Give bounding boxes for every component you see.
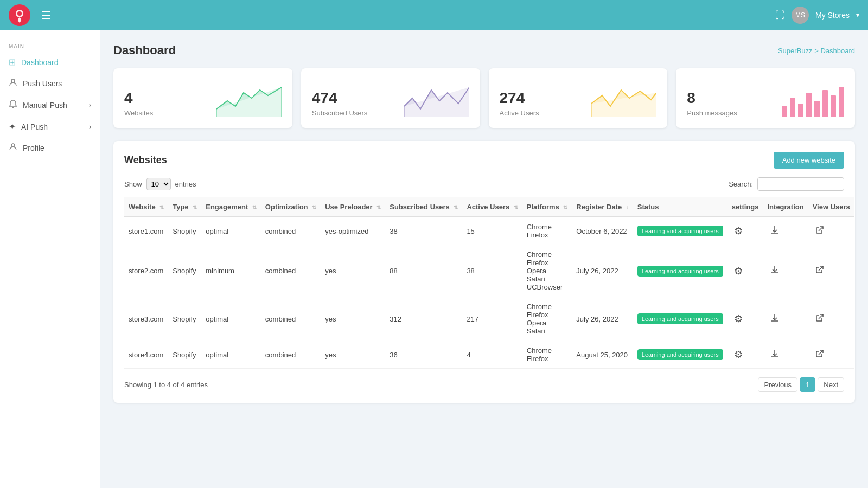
chevron-right-icon: ›	[89, 101, 91, 109]
stat-info: 4 Websites	[124, 89, 153, 117]
stat-info: 274 Active Users	[500, 89, 539, 117]
search-input[interactable]	[757, 177, 844, 191]
settings-icon[interactable]: ⚙	[734, 225, 743, 237]
settings-icon[interactable]: ⚙	[734, 349, 743, 361]
cell-active-users: 38	[462, 245, 522, 297]
cell-subscribed-users: 88	[385, 245, 462, 297]
sidebar-item-profile[interactable]: Profile	[0, 137, 100, 159]
cell-subscribed-users: 312	[385, 297, 462, 341]
col-subscribed-users[interactable]: Subscribed Users ⇅	[385, 197, 462, 217]
external-link-icon[interactable]	[815, 225, 825, 237]
col-platforms[interactable]: Platforms ⇅	[522, 197, 572, 217]
sidebar-section-label: MAIN	[0, 39, 100, 52]
download-icon[interactable]	[770, 313, 780, 325]
cell-register-date: October 6, 2022	[572, 217, 633, 245]
cell-view-users[interactable]	[808, 245, 854, 297]
col-website[interactable]: Website ⇅	[124, 197, 168, 217]
main-content: Dashboard SuperBuzz > Dashboard 4 Websit…	[100, 30, 868, 488]
cell-optimization: combined	[261, 217, 321, 245]
svg-rect-9	[798, 104, 803, 117]
external-link-icon[interactable]	[815, 349, 825, 361]
cell-settings[interactable]: ⚙	[727, 245, 763, 297]
cell-optimization: combined	[261, 341, 321, 369]
download-icon[interactable]	[770, 265, 780, 277]
settings-icon[interactable]: ⚙	[734, 265, 743, 277]
svg-point-1	[17, 11, 22, 16]
cell-settings[interactable]: ⚙	[727, 341, 763, 369]
cell-settings[interactable]: ⚙	[727, 297, 763, 341]
stat-info: 474 Subscribed Users	[312, 89, 368, 117]
dashboard-icon: ⊞	[9, 57, 16, 67]
status-badge: Learning and acquiring users	[637, 313, 723, 324]
col-register-date[interactable]: Register Date ↓	[572, 197, 633, 217]
table-body: store1.com Shopify optimal combined yes-…	[124, 217, 854, 369]
col-settings: settings	[727, 197, 763, 217]
search-label: Search:	[729, 180, 753, 188]
cell-status: Learning and acquiring users	[633, 297, 727, 341]
cell-active-users: 15	[462, 217, 522, 245]
svg-marker-6	[591, 90, 656, 117]
col-engagement[interactable]: Engagement ⇅	[201, 197, 261, 217]
stat-label: Subscribed Users	[312, 109, 368, 117]
sidebar-item-ai-push[interactable]: ✦ AI Push ›	[0, 116, 100, 137]
sidebar: MAIN ⊞ Dashboard Push Users Manual Push	[0, 30, 100, 488]
store-name[interactable]: My Stores	[815, 11, 850, 20]
page-1-button[interactable]: 1	[800, 377, 815, 392]
cell-integration[interactable]	[763, 217, 808, 245]
cell-view-users[interactable]	[808, 297, 854, 341]
download-icon[interactable]	[770, 225, 780, 237]
external-link-icon[interactable]	[815, 265, 825, 277]
download-icon[interactable]	[770, 349, 780, 361]
stat-label: Active Users	[500, 109, 539, 117]
svg-rect-7	[782, 106, 787, 117]
col-type[interactable]: Type ⇅	[168, 197, 201, 217]
entries-select[interactable]: 10 25 50	[146, 178, 171, 190]
stat-card-push-messages: 8 Push messages	[676, 68, 855, 128]
navbar-right: ⛶ MS My Stores ▾	[775, 7, 859, 24]
cell-use-preloader: yes	[321, 245, 385, 297]
cell-website: store4.com	[124, 341, 168, 369]
cell-integration[interactable]	[763, 245, 808, 297]
cell-engagement: optimal	[201, 217, 261, 245]
external-link-icon[interactable]	[815, 313, 825, 325]
settings-icon[interactable]: ⚙	[734, 313, 743, 325]
sidebar-item-push-users[interactable]: Push Users	[0, 73, 100, 94]
stat-label: Push messages	[687, 109, 737, 117]
table-controls: Show 10 25 50 entries Search:	[124, 177, 844, 191]
cell-settings[interactable]: ⚙	[727, 217, 763, 245]
cell-view-users[interactable]	[808, 341, 854, 369]
add-new-website-button[interactable]: Add new website	[774, 152, 844, 169]
col-active-users[interactable]: Active Users ⇅	[462, 197, 522, 217]
cell-view-users[interactable]	[808, 217, 854, 245]
svg-rect-12	[822, 90, 828, 117]
col-use-preloader[interactable]: Use Preloader ⇅	[321, 197, 385, 217]
next-button[interactable]: Next	[818, 377, 844, 392]
chart-subscribed-users	[404, 79, 469, 117]
cell-integration[interactable]	[763, 297, 808, 341]
cell-type: Shopify	[168, 297, 201, 341]
cell-type: Shopify	[168, 245, 201, 297]
avatar: MS	[792, 7, 809, 24]
cell-active-users: 217	[462, 297, 522, 341]
cell-status: Learning and acquiring users	[633, 245, 727, 297]
cell-status: Learning and acquiring users	[633, 217, 727, 245]
websites-section: Websites Add new website Show 10 25 50 e…	[113, 141, 855, 403]
websites-table: Website ⇅ Type ⇅ Engagement ⇅ Optimizati…	[124, 197, 854, 369]
table-row: store3.com Shopify optimal combined yes …	[124, 297, 854, 341]
cell-platforms: ChromeFirefox	[522, 341, 572, 369]
cell-integration[interactable]	[763, 341, 808, 369]
col-optimization[interactable]: Optimization ⇅	[261, 197, 321, 217]
page-title: Dashboard	[113, 43, 176, 57]
table-row: store2.com Shopify minimum combined yes …	[124, 245, 854, 297]
cell-optimization: combined	[261, 245, 321, 297]
cell-website: store2.com	[124, 245, 168, 297]
breadcrumb-parent: SuperBuzz	[778, 47, 813, 55]
previous-button[interactable]: Previous	[758, 377, 797, 392]
hamburger-button[interactable]: ☰	[41, 9, 51, 22]
sidebar-item-manual-push[interactable]: Manual Push ›	[0, 94, 100, 116]
sidebar-item-label: Manual Push	[23, 101, 67, 110]
status-badge: Learning and acquiring users	[637, 266, 723, 277]
sidebar-item-dashboard[interactable]: ⊞ Dashboard	[0, 52, 100, 73]
stat-number: 8	[687, 89, 737, 107]
expand-icon[interactable]: ⛶	[775, 10, 785, 21]
